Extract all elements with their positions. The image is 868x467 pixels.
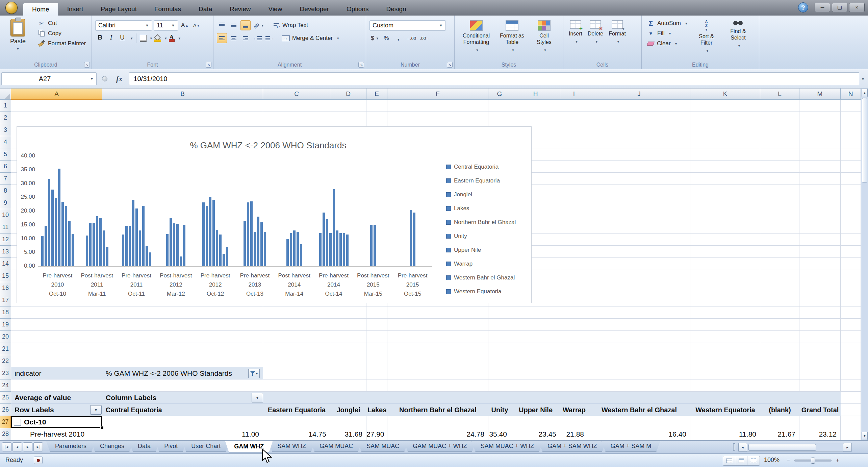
row-header-28[interactable]: 28 [0, 428, 11, 440]
fill-color-dropdown-icon[interactable]: ▾ [165, 36, 167, 41]
ribbon-tab-insert[interactable]: Insert [58, 3, 92, 16]
close-button[interactable]: × [849, 3, 865, 12]
row-labels-dropdown[interactable]: ▼ [90, 405, 102, 415]
clipboard-dialog-launcher[interactable]: ↘ [84, 62, 90, 68]
delete-dropdown-icon[interactable]: ▾ [595, 39, 597, 45]
row-header-6[interactable]: 6 [0, 161, 11, 173]
conditional-formatting-dropdown-icon[interactable]: ▾ [476, 47, 478, 53]
row-header-18[interactable]: 18 [0, 306, 11, 319]
row-header-8[interactable]: 8 [0, 185, 11, 197]
row-header-19[interactable]: 19 [0, 319, 11, 331]
font-size-select[interactable]: 11 ▼ [154, 20, 178, 31]
font-family-select[interactable]: Calibri ▼ [95, 20, 152, 31]
column-header-d[interactable]: D [330, 89, 366, 100]
font-size-dropdown-icon[interactable]: ▼ [171, 23, 175, 27]
ribbon-tab-developer[interactable]: Developer [291, 3, 338, 16]
first-sheet-button[interactable]: |◄ [2, 442, 11, 451]
font-color-icon[interactable]: A [169, 34, 175, 42]
decrease-indent-button[interactable]: ← [252, 33, 263, 43]
sheet-tab-sam-muac[interactable]: SAM MUAC [357, 441, 408, 452]
collapse-button[interactable]: − [14, 419, 21, 426]
fill-button[interactable]: ▼ Fill ▾ [645, 28, 689, 39]
pivot-filter-button[interactable]: ▾ [248, 369, 260, 378]
scroll-right-button[interactable]: ► [843, 443, 852, 452]
format-as-table-dropdown-icon[interactable]: ▾ [512, 47, 514, 53]
column-header-n[interactable]: N [841, 89, 861, 100]
sheet-tab-gam-sam-m[interactable]: GAM + SAM M [602, 441, 661, 452]
row-header-22[interactable]: 22 [0, 355, 11, 367]
increase-font-button[interactable]: A▲ [180, 20, 190, 30]
ribbon-tab-design[interactable]: Design [378, 3, 415, 16]
page-layout-view-button[interactable] [735, 456, 747, 465]
format-cells-button[interactable]: ▾ Format ▾ [607, 18, 628, 59]
row-header-25[interactable]: 25 [0, 392, 11, 404]
sort-filter-button[interactable]: AZ▼ Sort & Filter ▾ [692, 18, 720, 59]
align-bottom-button[interactable] [240, 20, 251, 30]
ribbon-tab-options[interactable]: Options [338, 3, 377, 16]
name-box[interactable]: A27 ▾ [1, 72, 97, 85]
horizontal-scrollbar[interactable]: ◄ ► [738, 443, 852, 452]
row-header-2[interactable]: 2 [0, 112, 11, 124]
column-header-h[interactable]: H [511, 89, 560, 100]
zoom-out-button[interactable]: − [784, 456, 792, 464]
underline-button[interactable]: U [118, 33, 127, 43]
alignment-dialog-launcher[interactable]: ↘ [358, 62, 364, 68]
column-header-m[interactable]: M [799, 89, 841, 100]
decrease-font-button[interactable]: A▼ [192, 20, 202, 30]
accounting-format-button[interactable]: $▾ [369, 33, 380, 43]
next-sheet-button[interactable]: ► [23, 442, 32, 451]
sheet-tab-gam-muac-whz[interactable]: GAM MUAC + WHZ [404, 441, 476, 452]
row-header-17[interactable]: 17 [0, 294, 11, 306]
format-as-table-button[interactable]: Format as Table ▾ [495, 18, 529, 59]
align-right-button[interactable] [240, 33, 251, 43]
fill-color-icon[interactable] [154, 35, 161, 42]
row-header-24[interactable]: 24 [0, 379, 11, 392]
delete-cells-button[interactable]: × Delete ▾ [586, 18, 605, 59]
vertical-scroll-thumb[interactable] [862, 98, 867, 182]
previous-sheet-button[interactable]: ◄ [12, 442, 22, 451]
decrease-decimal-button[interactable]: .00→ [419, 33, 431, 43]
accounting-dropdown-icon[interactable]: ▾ [376, 36, 378, 41]
sheet-tab-gam-sam-whz[interactable]: GAM + SAM WHZ [538, 441, 606, 452]
ribbon-tab-data[interactable]: Data [190, 3, 221, 16]
number-format-dropdown-icon[interactable]: ▼ [439, 23, 443, 27]
sheet-tab-gam-muac[interactable]: GAM MUAC [310, 441, 362, 452]
row-header-9[interactable]: 9 [0, 197, 11, 209]
restore-button[interactable]: ▢ [832, 3, 847, 12]
scroll-left-button[interactable]: ◄ [738, 443, 747, 452]
conditional-formatting-button[interactable]: Conditional Formatting ▾ [458, 18, 494, 59]
sort-filter-dropdown-icon[interactable]: ▾ [707, 48, 709, 54]
vertical-scrollbar[interactable]: ▲ ▼ [861, 89, 868, 440]
chart[interactable]: % GAM WHZ <-2 2006 WHO Standards 0.005.0… [17, 126, 532, 303]
merge-center-button[interactable]: ↔ Merge & Center ▾ [280, 33, 341, 43]
align-left-button[interactable] [217, 33, 227, 43]
column-header-l[interactable]: L [760, 89, 799, 100]
row-header-16[interactable]: 16 [0, 282, 11, 294]
macro-record-button[interactable] [34, 457, 43, 464]
row-header-21[interactable]: 21 [0, 343, 11, 355]
percent-style-button[interactable]: % [381, 33, 391, 43]
insert-cells-button[interactable]: + Insert ▾ [567, 18, 584, 59]
name-box-dropdown-icon[interactable]: ▾ [88, 75, 93, 83]
paste-dropdown-icon[interactable]: ▾ [17, 46, 19, 51]
zoom-slider-thumb[interactable] [811, 458, 815, 464]
format-painter-button[interactable]: Format Painter [36, 39, 87, 49]
sheet-tab-data[interactable]: Data [129, 441, 160, 452]
align-top-button[interactable] [217, 20, 227, 30]
sheet-tab-sam-muac-whz[interactable]: SAM MUAC + WHZ [471, 441, 543, 452]
zoom-slider[interactable] [794, 460, 832, 462]
autosum-button[interactable]: Σ AutoSum ▾ [645, 18, 689, 28]
normal-view-button[interactable] [723, 456, 735, 465]
cut-button[interactable]: ✂ Cut [36, 18, 87, 28]
borders-icon[interactable] [140, 35, 147, 42]
find-select-button[interactable]: Find & Select ▾ [724, 18, 752, 59]
minimize-button[interactable]: ─ [815, 3, 830, 12]
number-format-select[interactable]: Custom ▼ [369, 20, 446, 31]
column-header-j[interactable]: J [588, 89, 690, 100]
copy-button[interactable]: Copy [36, 28, 87, 39]
column-header-i[interactable]: I [560, 89, 588, 100]
align-center-button[interactable] [229, 33, 239, 43]
ribbon-tab-home[interactable]: Home [23, 3, 58, 16]
borders-dropdown-icon[interactable]: ▾ [150, 36, 152, 41]
sheet-tab-changes[interactable]: Changes [91, 441, 133, 452]
